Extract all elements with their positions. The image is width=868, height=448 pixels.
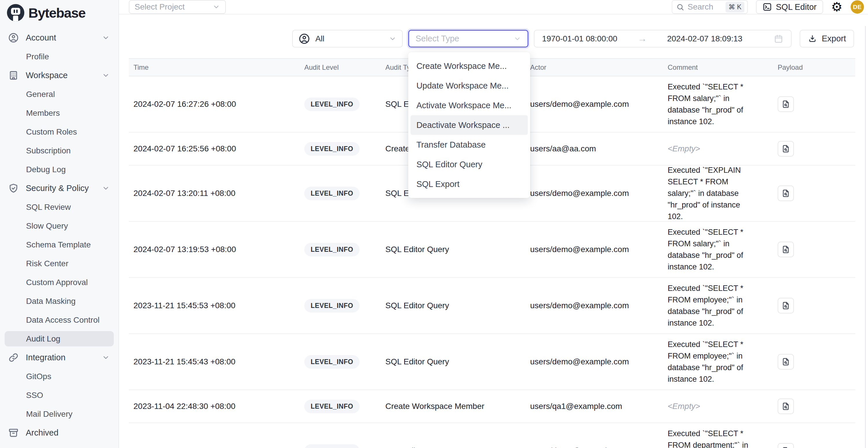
- sql-editor-label: SQL Editor: [776, 2, 817, 12]
- project-select[interactable]: Select Project: [129, 0, 226, 14]
- sidebar-item-custom-approval[interactable]: Custom Approval: [0, 273, 118, 292]
- search-input[interactable]: Search ⌘ K: [672, 0, 748, 14]
- view-payload-button[interactable]: [778, 186, 794, 201]
- sidebar-item-general[interactable]: General: [0, 85, 118, 104]
- cell-audit-level: LEVEL_INFO: [300, 142, 381, 156]
- column-header-time: Time: [129, 63, 300, 71]
- file-search-icon: [781, 402, 790, 411]
- cell-audit-level: LEVEL_INFO: [300, 243, 381, 256]
- app-window: Bytebase Account Profile Workspace Gener…: [0, 0, 868, 448]
- cell-payload: [773, 186, 855, 201]
- bytebase-robot-icon: [7, 4, 24, 22]
- download-icon: [808, 34, 817, 43]
- cell-actor: users/demo@example.com: [526, 301, 663, 310]
- dropdown-option-update-workspace-member[interactable]: Update Workspace Me...: [410, 76, 528, 96]
- sql-editor-button[interactable]: SQL Editor: [756, 0, 823, 14]
- dropdown-option-sql-editor-query[interactable]: SQL Editor Query: [410, 155, 528, 174]
- type-filter-select[interactable]: Select Type Create Workspace Me... Updat…: [408, 30, 528, 47]
- file-search-icon: [781, 447, 790, 448]
- export-button[interactable]: Export: [800, 30, 854, 47]
- cell-audit-level: LEVEL_INFO: [300, 299, 381, 313]
- cell-time: 2023-11-21 15:45:43 +08:00: [129, 357, 300, 366]
- sidebar-item-audit-log[interactable]: Audit Log: [5, 331, 114, 346]
- dropdown-option-activate-workspace-member[interactable]: Activate Workspace Me...: [410, 96, 528, 115]
- sidebar-item-data-access-control[interactable]: Data Access Control: [0, 311, 118, 329]
- search-placeholder: Search: [688, 2, 713, 11]
- level-badge: LEVEL_INFO: [304, 187, 360, 200]
- level-badge: LEVEL_INFO: [304, 444, 360, 448]
- sidebar-item-slow-query[interactable]: Slow Query: [0, 217, 118, 235]
- view-payload-button[interactable]: [778, 443, 794, 448]
- sidebar-section-integration[interactable]: Integration: [0, 348, 118, 367]
- sidebar-section-label: Archived: [26, 428, 59, 438]
- sidebar: Bytebase Account Profile Workspace Gener…: [0, 0, 119, 448]
- column-header-comment: Comment: [663, 63, 773, 71]
- cell-payload: [773, 398, 855, 414]
- export-label: Export: [822, 34, 846, 43]
- cell-audit-level: LEVEL_INFO: [300, 355, 381, 369]
- cell-comment: Executed `"EXPLAIN SELECT * FROM salary;…: [663, 164, 773, 222]
- sidebar-section-security-policy[interactable]: Security & Policy: [0, 179, 118, 198]
- cell-actor: users/demo@example.com: [526, 189, 663, 198]
- sidebar-section-account[interactable]: Account: [0, 28, 118, 47]
- sidebar-section-workspace[interactable]: Workspace: [0, 66, 118, 85]
- cell-time: 2024-02-07 16:27:26 +08:00: [129, 100, 300, 109]
- sidebar-item-profile[interactable]: Profile: [0, 47, 118, 66]
- dropdown-option-create-workspace-member[interactable]: Create Workspace Me...: [410, 56, 528, 76]
- cell-audit-level: LEVEL_INFO: [300, 400, 381, 413]
- brand-logo[interactable]: Bytebase: [0, 0, 118, 24]
- view-payload-button[interactable]: [778, 298, 794, 313]
- view-payload-button[interactable]: [778, 242, 794, 257]
- table-row: 2023-11-04 22:48:30 +08:00 LEVEL_INFO Cr…: [129, 390, 855, 423]
- level-badge: LEVEL_INFO: [304, 355, 360, 369]
- sidebar-item-mail-delivery[interactable]: Mail Delivery: [0, 405, 118, 423]
- gear-icon[interactable]: ⚙: [831, 1, 842, 13]
- level-badge: LEVEL_INFO: [304, 299, 360, 313]
- sidebar-item-gitops[interactable]: GitOps: [0, 367, 118, 386]
- actor-filter-select[interactable]: All: [292, 30, 403, 47]
- sidebar-item-sso[interactable]: SSO: [0, 386, 118, 405]
- sidebar-item-schema-template[interactable]: Schema Template: [0, 235, 118, 254]
- sidebar-item-risk-center[interactable]: Risk Center: [0, 254, 118, 273]
- chevron-down-icon: [389, 35, 396, 42]
- cell-audit-level: LEVEL_INFO: [300, 187, 381, 200]
- cell-comment: <Empty>: [663, 402, 773, 411]
- cell-audit-type: SQL Editor Query: [381, 245, 526, 254]
- user-circle-icon: [8, 32, 19, 43]
- cell-actor: users/demo@example.com: [526, 245, 663, 254]
- cell-payload: [773, 354, 855, 370]
- cell-time: 2023-11-21 15:45:53 +08:00: [129, 301, 300, 310]
- view-payload-button[interactable]: [778, 141, 794, 157]
- avatar[interactable]: DE: [850, 0, 864, 13]
- file-search-icon: [781, 357, 790, 366]
- cell-actor: users/demo@example.com: [526, 357, 663, 366]
- view-payload-button[interactable]: [778, 354, 794, 370]
- view-payload-button[interactable]: [778, 398, 794, 414]
- cell-comment: <Empty>: [663, 144, 773, 153]
- chevron-down-icon: [102, 184, 110, 192]
- cell-comment: Executed `"SELECT * FROM employee;"` in …: [663, 283, 773, 329]
- view-payload-button[interactable]: [778, 96, 794, 112]
- arrow-right-icon: →: [638, 33, 647, 44]
- cell-audit-type: SQL Editor Query: [381, 357, 526, 366]
- calendar-icon: [774, 34, 783, 44]
- chevron-down-icon: [102, 71, 110, 79]
- dropdown-option-sql-export[interactable]: SQL Export: [410, 174, 528, 194]
- sidebar-item-custom-roles[interactable]: Custom Roles: [0, 122, 118, 141]
- sidebar-item-members[interactable]: Members: [0, 104, 118, 122]
- dropdown-option-deactivate-workspace-member[interactable]: Deactivate Workspace ...: [410, 115, 528, 135]
- sidebar-section-label: Security & Policy: [26, 184, 89, 193]
- chevron-down-icon: [213, 3, 220, 11]
- cell-time: 2024-02-07 13:19:53 +08:00: [129, 245, 300, 254]
- cell-comment: Executed `"SELECT * FROM department;"` i…: [663, 428, 773, 448]
- sidebar-section-archived[interactable]: Archived: [0, 423, 118, 442]
- dropdown-option-transfer-database[interactable]: Transfer Database: [410, 135, 528, 155]
- sidebar-item-data-masking[interactable]: Data Masking: [0, 292, 118, 311]
- project-select-placeholder: Select Project: [135, 2, 185, 11]
- date-range-picker[interactable]: 1970-01-01 08:00:00 → 2024-02-07 18:09:1…: [534, 30, 792, 47]
- sidebar-item-sql-review[interactable]: SQL Review: [0, 198, 118, 217]
- sidebar-item-debug-log[interactable]: Debug Log: [0, 160, 118, 179]
- sidebar-item-subscription[interactable]: Subscription: [0, 141, 118, 160]
- cell-comment: Executed `"SELECT * FROM salary;"` in da…: [663, 226, 773, 273]
- audit-log-page: All Select Type Create Workspace Me... U…: [119, 14, 868, 448]
